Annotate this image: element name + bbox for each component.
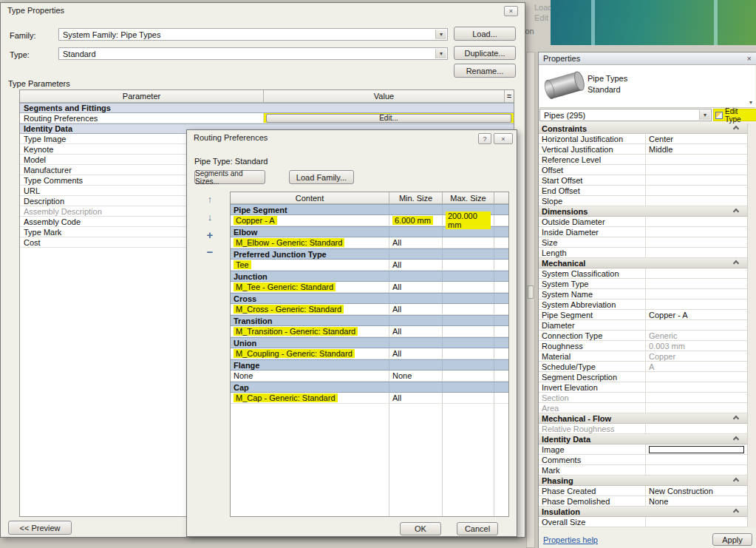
parameter-row[interactable]: Segments and Fittings (20, 103, 514, 113)
property-value-cell[interactable]: Middle (646, 144, 747, 154)
min-size-cell[interactable]: 6.000 mm (389, 215, 443, 226)
min-size-cell[interactable] (389, 360, 443, 370)
property-row[interactable]: Outside Diameter (539, 217, 747, 227)
property-row[interactable]: Horizontal Justification Center (539, 134, 747, 144)
property-value-cell[interactable] (646, 155, 747, 164)
collapse-chevron-icon[interactable] (733, 260, 739, 265)
property-value-cell[interactable] (646, 393, 747, 402)
property-value-cell[interactable] (646, 175, 747, 185)
property-row[interactable]: Identity Data (539, 434, 747, 444)
preview-expander-chevron-icon[interactable]: ▾ (749, 99, 752, 106)
parameter-value-text[interactable]: Edit... (266, 114, 511, 123)
segments-and-sizes-button[interactable]: Segments and Sizes... (194, 170, 265, 184)
property-value-cell[interactable] (646, 424, 747, 433)
property-row[interactable]: Vertical Justification Middle (539, 144, 747, 155)
max-size-cell[interactable] (443, 316, 494, 325)
property-value-cell[interactable] (646, 320, 747, 330)
property-row[interactable]: Overall Size (539, 517, 747, 527)
routing-row[interactable]: Copper - A 6.000 mm 200.000 mm (231, 215, 508, 226)
property-value-cell[interactable]: New Construction (646, 486, 747, 495)
property-value-cell[interactable]: A (646, 362, 747, 371)
min-size-cell[interactable] (389, 382, 443, 392)
content-cell[interactable]: M_Transition - Generic: Standard (231, 326, 389, 336)
property-value-cell[interactable] (646, 237, 747, 247)
min-size-cell[interactable]: All (389, 304, 443, 314)
routing-row[interactable]: Cap (231, 382, 508, 393)
property-row[interactable]: Segment Description (539, 372, 747, 382)
max-size-cell[interactable] (443, 304, 494, 314)
property-value-cell[interactable] (646, 372, 747, 382)
parameter-row[interactable]: Routing Preferences Edit... (20, 113, 514, 124)
min-size-cell[interactable] (389, 316, 443, 325)
property-value-cell[interactable] (646, 300, 747, 309)
property-value-cell[interactable] (646, 165, 747, 175)
collapse-chevron-icon[interactable] (733, 508, 739, 514)
apply-button[interactable]: Apply (712, 533, 752, 546)
property-row[interactable]: Roughness 0.003 mm (539, 341, 747, 351)
min-size-cell[interactable] (389, 338, 443, 348)
routing-row[interactable]: Tee All (231, 260, 508, 271)
min-size-cell[interactable] (389, 271, 443, 281)
routing-row[interactable]: Flange (231, 359, 508, 371)
max-size-cell[interactable] (443, 271, 494, 281)
property-row[interactable]: Mechanical - Flow (539, 413, 747, 424)
type-combo[interactable]: Standard ▾ (58, 47, 448, 60)
property-row[interactable]: System Classification (539, 268, 747, 279)
property-row[interactable]: Material Copper (539, 351, 747, 362)
property-value-cell[interactable] (646, 382, 747, 392)
scrollbar-thumb[interactable] (528, 285, 534, 299)
property-row[interactable]: Invert Elevation (539, 382, 747, 393)
property-value-cell[interactable] (646, 517, 747, 527)
property-value-cell[interactable] (646, 268, 747, 278)
max-size-cell[interactable] (443, 249, 494, 259)
property-value-cell[interactable] (646, 465, 747, 475)
load-family-button[interactable]: Load Family... (289, 170, 354, 184)
property-row[interactable]: System Name (539, 289, 747, 300)
content-cell[interactable]: Transition (231, 316, 389, 325)
content-cell[interactable]: Junction (231, 271, 389, 281)
type-preview[interactable]: Pipe Types Standard ▾ (539, 65, 755, 108)
property-value-cell[interactable] (646, 217, 747, 226)
routing-row[interactable]: Union (231, 337, 508, 348)
type-selector-combo[interactable]: Pipes (295) ▾ (539, 109, 712, 121)
move-down-button[interactable]: ↓ (203, 210, 217, 223)
property-row[interactable]: System Type (539, 279, 747, 289)
property-row[interactable]: Section (539, 393, 747, 403)
property-value-cell[interactable]: Generic (646, 331, 747, 340)
property-row[interactable]: Mechanical (539, 258, 747, 268)
property-row[interactable]: End Offset (539, 186, 747, 196)
min-size-cell[interactable]: None (389, 371, 443, 381)
min-size-cell[interactable]: All (389, 237, 443, 248)
max-size-cell[interactable] (443, 282, 494, 292)
max-size-cell[interactable] (443, 382, 494, 392)
close-icon[interactable]: × (504, 6, 518, 16)
edit-type-button[interactable]: Edit Type (713, 109, 756, 121)
content-cell[interactable]: Cross (231, 294, 389, 303)
property-row[interactable]: Pipe Segment Copper - A (539, 310, 747, 320)
content-cell[interactable]: Pipe Segment (231, 205, 389, 214)
max-size-cell[interactable] (443, 237, 494, 248)
max-size-cell[interactable]: 200.000 mm (443, 215, 494, 226)
close-icon[interactable]: × (747, 54, 752, 63)
max-size-cell[interactable] (443, 227, 494, 237)
close-icon[interactable]: × (494, 133, 513, 144)
property-row[interactable]: Phase Created New Construction (539, 486, 747, 496)
content-cell[interactable]: Cap (231, 382, 389, 392)
parameter-value[interactable]: Edit... (264, 113, 514, 123)
property-row[interactable]: Diameter (539, 320, 747, 331)
property-row[interactable]: Comments (539, 455, 747, 465)
property-row[interactable]: Slope (539, 196, 747, 206)
property-value-cell[interactable] (646, 455, 747, 464)
chevron-down-icon[interactable]: ▾ (699, 110, 710, 120)
property-row[interactable]: Phasing (539, 476, 747, 486)
min-size-cell[interactable]: All (389, 326, 443, 336)
min-size-cell[interactable]: All (389, 348, 443, 359)
routing-row[interactable]: M_Cross - Generic: Standard All (231, 304, 508, 315)
property-value-cell[interactable] (646, 403, 747, 413)
help-icon[interactable]: ? (478, 133, 491, 144)
max-size-cell[interactable] (443, 393, 494, 403)
family-combo[interactable]: System Family: Pipe Types ▾ (58, 28, 448, 41)
routing-row[interactable]: Elbow (231, 226, 508, 237)
content-cell[interactable]: M_Cross - Generic: Standard (231, 304, 389, 314)
min-size-cell[interactable] (389, 205, 443, 214)
